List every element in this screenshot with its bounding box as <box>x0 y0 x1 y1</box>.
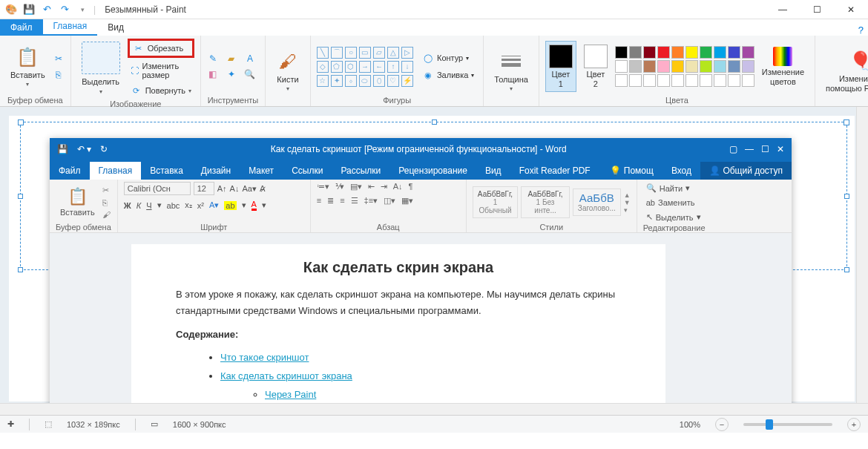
shapes-gallery[interactable]: ╲⌒○▭▱△▷ ◇⬠⬡→←↑↓ ☆✦⬨⬭⬯♡⚡ <box>317 47 413 87</box>
canvas-area[interactable]: 💾 ↶ ▾ ↻ Как сделать скриншот [Режим огра… <box>0 107 868 415</box>
word-justify-icon[interactable]: ☰ <box>351 196 358 206</box>
tab-view[interactable]: Вид <box>97 19 134 36</box>
scrollbar-horizontal[interactable] <box>0 403 868 415</box>
doc-link-1[interactable]: Что такое скриншот <box>220 352 309 363</box>
doc-link-2[interactable]: Как сделать скриншот экрана <box>220 370 352 381</box>
save-icon[interactable]: 💾 <box>22 3 36 16</box>
color-swatch[interactable] <box>714 46 726 59</box>
color-swatch[interactable] <box>700 60 712 73</box>
word-font-color-icon[interactable]: A <box>251 200 257 211</box>
word-font-select[interactable]: Calibri (Осн <box>124 182 191 195</box>
word-align-center-icon[interactable]: ≣ <box>327 196 334 206</box>
resize-button[interactable]: ⛶ Изменить размер <box>128 60 194 81</box>
word-redo-icon[interactable]: ↻ <box>100 144 108 154</box>
cut-icon[interactable]: ✂ <box>53 53 65 65</box>
word-tab-refs[interactable]: Ссылки <box>283 162 332 180</box>
help-icon[interactable]: ? <box>858 24 864 36</box>
color-swatch-empty[interactable] <box>671 74 684 87</box>
word-fontsize-select[interactable]: 12 <box>194 182 214 195</box>
color-swatch[interactable] <box>728 60 740 73</box>
word-minimize-icon[interactable]: — <box>745 144 754 154</box>
word-ribbon-opts-icon[interactable]: ▢ <box>729 144 737 154</box>
word-numbering-icon[interactable]: ⅟▾ <box>335 182 344 191</box>
color2-button[interactable]: Цвет 2 <box>579 43 612 89</box>
color-swatch-empty[interactable] <box>714 74 726 87</box>
color-swatch[interactable] <box>643 60 656 73</box>
color-swatch[interactable] <box>742 60 754 73</box>
color-swatch-empty[interactable] <box>742 74 754 87</box>
color-swatch[interactable] <box>685 60 698 73</box>
word-tab-file[interactable]: Файл <box>50 162 90 180</box>
color-swatch[interactable] <box>671 46 684 59</box>
close-button[interactable]: ✕ <box>834 0 868 19</box>
color-swatch[interactable] <box>742 46 754 59</box>
word-grow-font-icon[interactable]: A↑ <box>217 184 227 193</box>
color-swatch[interactable] <box>657 60 670 73</box>
word-tab-signin[interactable]: Вход <box>662 162 700 180</box>
word-close-icon[interactable]: ✕ <box>777 144 784 154</box>
color-swatch[interactable] <box>671 60 684 73</box>
word-tab-foxit[interactable]: Foxit Reader PDF <box>510 162 599 180</box>
edit-colors-button[interactable]: Изменение цветов <box>757 45 809 87</box>
color-swatch-empty[interactable] <box>728 74 740 87</box>
copy-icon[interactable]: ⎘ <box>53 69 65 81</box>
tab-home[interactable]: Главная <box>43 18 98 36</box>
color-swatch[interactable] <box>615 46 628 59</box>
word-select-button[interactable]: ↖ Выделить ▾ <box>643 211 704 223</box>
word-maximize-icon[interactable]: ☐ <box>761 144 769 154</box>
color-swatch[interactable] <box>629 46 642 59</box>
word-undo-icon[interactable]: ↶ ▾ <box>77 144 91 154</box>
tab-file[interactable]: Файл <box>0 19 43 36</box>
qat-dropdown-icon[interactable]: ▾ <box>76 3 89 16</box>
word-tab-home[interactable]: Главная <box>90 162 142 180</box>
minimize-button[interactable]: — <box>766 0 800 19</box>
word-align-right-icon[interactable]: ≡ <box>340 196 344 206</box>
color-swatch-empty[interactable] <box>700 74 712 87</box>
word-indent-inc-icon[interactable]: ⇥ <box>381 182 387 191</box>
word-style-nospacing[interactable]: АаБбВвГг,1 Без инте... <box>521 186 570 218</box>
color-swatch[interactable] <box>685 46 698 59</box>
word-italic-icon[interactable]: К <box>137 201 141 210</box>
color1-button[interactable]: Цвет 1 <box>545 41 576 91</box>
fill-button[interactable]: ◉Заливка▾ <box>419 68 477 82</box>
word-cut-icon[interactable]: ✂ <box>102 186 111 195</box>
color-swatch[interactable] <box>629 60 642 73</box>
word-find-button[interactable]: 🔍 Найти ▾ <box>643 182 693 194</box>
word-tab-help[interactable]: 💡 Помощ <box>601 162 662 180</box>
word-replace-button[interactable]: ab Заменить <box>643 197 698 209</box>
color-swatch[interactable] <box>643 46 656 59</box>
select-button[interactable]: Выделить ▾ <box>77 40 125 96</box>
word-clear-format-icon[interactable]: A̷ <box>260 184 266 194</box>
word-show-marks-icon[interactable]: ¶ <box>409 182 413 191</box>
word-style-normal[interactable]: АаБбВвГг,1 Обычный <box>473 186 518 218</box>
paste-button[interactable]: 📋 Вставить ▾ <box>6 44 50 89</box>
word-tab-view[interactable]: Вид <box>476 162 510 180</box>
word-tab-review[interactable]: Рецензирование <box>389 162 476 180</box>
undo-icon[interactable]: ↶ <box>40 3 53 16</box>
color-palette[interactable] <box>615 46 754 87</box>
word-tab-mail[interactable]: Рассылки <box>332 162 389 180</box>
word-underline-icon[interactable]: Ч <box>146 201 151 210</box>
word-subscript-icon[interactable]: x₂ <box>185 200 192 210</box>
color-swatch[interactable] <box>615 60 628 73</box>
word-strike-icon[interactable]: abc <box>167 201 180 210</box>
color-swatch-empty[interactable] <box>657 74 670 87</box>
word-tab-layout[interactable]: Макет <box>240 162 283 180</box>
word-borders-icon[interactable]: ▦▾ <box>401 196 413 206</box>
word-highlight-icon[interactable]: ab <box>224 201 236 210</box>
picker-icon[interactable]: ✦ <box>226 68 237 80</box>
maximize-button[interactable]: ☐ <box>800 0 834 19</box>
brushes-button[interactable]: 🖌 Кисти ▾ <box>272 48 304 94</box>
thickness-button[interactable]: Толщина ▾ <box>490 48 533 94</box>
word-format-painter-icon[interactable]: 🖌 <box>102 210 111 219</box>
color-swatch[interactable] <box>700 46 712 59</box>
word-align-left-icon[interactable]: ≡ <box>317 196 321 206</box>
crop-button[interactable]: ✂ Обрезать <box>128 39 194 58</box>
eraser-icon[interactable]: ◧ <box>207 68 219 80</box>
word-paste-button[interactable]: 📋 Вставить <box>56 186 99 218</box>
word-sort-icon[interactable]: A↓ <box>393 182 403 191</box>
word-indent-dec-icon[interactable]: ⇤ <box>368 182 375 191</box>
outline-button[interactable]: ◯Контур▾ <box>419 50 477 65</box>
text-icon[interactable]: A <box>244 53 256 65</box>
zoom-in-button[interactable]: + <box>847 418 861 431</box>
